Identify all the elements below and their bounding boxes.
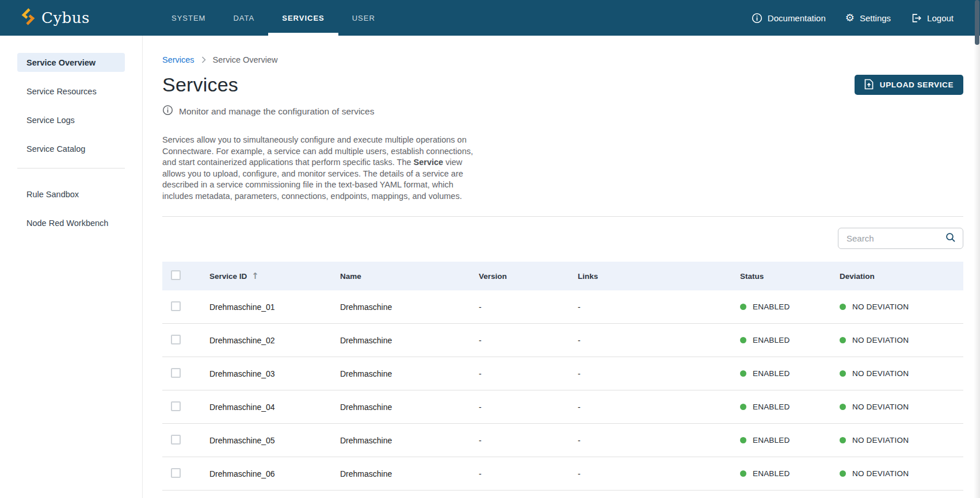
nav-tab-system[interactable]: SYSTEM — [158, 0, 219, 36]
status-badge: ENABLED — [740, 290, 840, 323]
breadcrumb-current: Service Overview — [213, 55, 278, 64]
cell-service-id: Drehmaschine_03 — [209, 357, 340, 390]
cell-version: - — [479, 290, 578, 324]
deviation-badge: NO DEVIATION — [840, 357, 963, 390]
column-header-links[interactable]: Links — [578, 262, 740, 290]
table-header-row: Service ID↑ Name Version Links Status De… — [162, 262, 963, 290]
column-header-service-id[interactable]: Service ID↑ — [209, 262, 340, 290]
info-circle-icon — [162, 105, 173, 118]
status-badge: ENABLED — [740, 324, 840, 357]
row-checkbox[interactable] — [171, 435, 181, 445]
deviation-dot-icon — [840, 470, 846, 477]
deviation-dot-icon — [840, 404, 846, 410]
cell-service-id: Drehmaschine_01 — [209, 290, 340, 324]
logout-link[interactable]: Logout — [910, 13, 954, 24]
cell-name: Drehmaschine — [340, 390, 479, 424]
section-divider — [162, 216, 963, 217]
deviation-badge: NO DEVIATION — [840, 457, 963, 490]
search-box — [838, 228, 963, 249]
cell-links: - — [578, 457, 740, 491]
search-input[interactable] — [846, 233, 945, 243]
deviation-badge: NO DEVIATION — [840, 390, 963, 423]
row-checkbox[interactable] — [171, 368, 181, 378]
file-upload-icon — [864, 79, 874, 91]
cell-name: Drehmaschine — [340, 324, 479, 357]
services-table: Service ID↑ Name Version Links Status De… — [162, 262, 963, 491]
sidebar-item-service-overview[interactable]: Service Overview — [17, 53, 125, 72]
cybus-logo[interactable]: Cybus — [0, 0, 138, 36]
nav-tab-data[interactable]: DATA — [219, 0, 268, 36]
cell-name: Drehmaschine — [340, 424, 479, 457]
status-badge: ENABLED — [740, 424, 840, 457]
deviation-badge: NO DEVIATION — [840, 424, 963, 457]
status-badge: ENABLED — [740, 457, 840, 490]
settings-link[interactable]: ⚙ Settings — [845, 13, 891, 23]
deviation-badge: NO DEVIATION — [840, 290, 963, 323]
sort-ascending-icon: ↑ — [251, 271, 259, 281]
status-badge: ENABLED — [740, 390, 840, 423]
sidebar-divider — [17, 168, 125, 168]
page-title: Services — [162, 74, 238, 96]
status-dot-icon — [740, 370, 746, 377]
column-header-version[interactable]: Version — [479, 262, 578, 290]
column-header-deviation[interactable]: Deviation — [840, 262, 963, 290]
status-dot-icon — [740, 337, 746, 343]
breadcrumb: Services Service Overview — [162, 55, 963, 64]
column-header-status[interactable]: Status — [740, 262, 840, 290]
cell-service-id: Drehmaschine_02 — [209, 324, 340, 357]
table-row[interactable]: Drehmaschine_06 Drehmaschine - - ENABLED… — [162, 457, 963, 491]
sidebar-item-node-red-workbench[interactable]: Node Red Workbench — [17, 213, 125, 232]
main-content: Services Service Overview Services UPLOA… — [143, 36, 980, 498]
status-dot-icon — [740, 404, 746, 410]
cell-version: - — [479, 424, 578, 457]
cell-version: - — [479, 457, 578, 491]
deviation-badge: NO DEVIATION — [840, 324, 963, 357]
info-circle-icon — [752, 13, 762, 24]
breadcrumb-services-link[interactable]: Services — [162, 55, 195, 64]
row-checkbox[interactable] — [171, 468, 181, 478]
top-navbar: Cybus SYSTEM DATA SERVICES USER Document… — [0, 0, 980, 36]
row-checkbox[interactable] — [171, 301, 181, 311]
cell-version: - — [479, 324, 578, 357]
documentation-label: Documentation — [768, 13, 826, 23]
chevron-right-icon — [201, 56, 206, 63]
select-all-checkbox[interactable] — [171, 270, 181, 280]
table-row[interactable]: Drehmaschine_03 Drehmaschine - - ENABLED… — [162, 357, 963, 390]
scrollbar-track[interactable] — [974, 36, 980, 498]
settings-label: Settings — [860, 13, 891, 23]
status-dot-icon — [740, 437, 746, 443]
services-description: Services allow you to simultaneously con… — [162, 135, 478, 202]
sidebar-item-service-resources[interactable]: Service Resources — [17, 82, 125, 101]
search-icon[interactable] — [945, 232, 956, 245]
deviation-dot-icon — [840, 304, 846, 310]
cell-service-id: Drehmaschine_04 — [209, 390, 340, 424]
table-row[interactable]: Drehmaschine_05 Drehmaschine - - ENABLED… — [162, 424, 963, 457]
cell-name: Drehmaschine — [340, 457, 479, 491]
cell-version: - — [479, 357, 578, 390]
scrollbar-thumb[interactable] — [975, 0, 979, 45]
row-checkbox[interactable] — [171, 401, 181, 411]
status-dot-icon — [740, 470, 746, 477]
row-checkbox[interactable] — [171, 335, 181, 344]
logo-text: Cybus — [41, 9, 90, 26]
documentation-link[interactable]: Documentation — [752, 13, 826, 24]
nav-tab-services[interactable]: SERVICES — [268, 0, 338, 36]
subtitle-text: Monitor and manage the configuration of … — [179, 106, 374, 117]
deviation-dot-icon — [840, 437, 846, 443]
upload-service-label: UPLOAD SERVICE — [880, 81, 954, 89]
vertical-scrollbar[interactable] — [974, 0, 980, 498]
status-dot-icon — [740, 304, 746, 310]
logout-icon — [910, 13, 922, 24]
upload-service-button[interactable]: UPLOAD SERVICE — [855, 75, 963, 95]
table-row[interactable]: Drehmaschine_04 Drehmaschine - - ENABLED… — [162, 390, 963, 424]
nav-tab-user[interactable]: USER — [338, 0, 389, 36]
cybus-logo-icon — [21, 7, 36, 28]
sidebar-item-rule-sandbox[interactable]: Rule Sandbox — [17, 185, 125, 204]
sidebar-item-service-catalog[interactable]: Service Catalog — [17, 139, 125, 158]
column-header-name[interactable]: Name — [340, 262, 479, 290]
cell-service-id: Drehmaschine_05 — [209, 424, 340, 457]
cell-name: Drehmaschine — [340, 357, 479, 390]
table-row[interactable]: Drehmaschine_01 Drehmaschine - - ENABLED… — [162, 290, 963, 324]
table-row[interactable]: Drehmaschine_02 Drehmaschine - - ENABLED… — [162, 324, 963, 357]
sidebar-item-service-logs[interactable]: Service Logs — [17, 110, 125, 129]
